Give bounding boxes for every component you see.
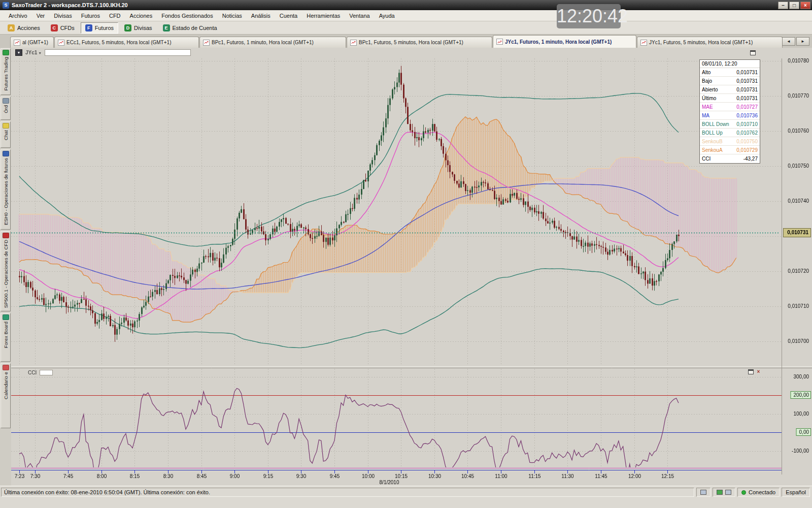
info-row-bajo: Bajo0,010731 bbox=[700, 77, 760, 85]
maximize-panel-icon[interactable] bbox=[750, 50, 756, 55]
info-row-senkoub: SenkouB0,010750 bbox=[700, 137, 760, 146]
chart-canvas[interactable] bbox=[11, 48, 812, 486]
symbol-search-input[interactable] bbox=[45, 49, 191, 56]
toolbar-button-label: Estado de Cuenta bbox=[173, 25, 217, 31]
status-message: Última conexión con éxito: 08-ene-2010 6… bbox=[1, 488, 694, 497]
session-icon bbox=[700, 490, 706, 495]
forex-board-icon bbox=[3, 314, 9, 320]
menu-ventana[interactable]: Ventana bbox=[345, 11, 374, 20]
chat-icon bbox=[3, 123, 9, 129]
cci-label: CCI bbox=[28, 370, 37, 375]
window-controls: – □ × bbox=[778, 2, 810, 9]
chart-tab-jyc1-futuros-5-minutos-hora-local-gmt-1[interactable]: JYc1, Futuros, 5 minutos, Hora local (GM… bbox=[637, 37, 783, 48]
chart-tab-label: JYc1, Futuros, 1 minuto, Hora local (GMT… bbox=[505, 39, 612, 45]
menu-acciones[interactable]: Acciones bbox=[125, 11, 157, 20]
menu-noticias[interactable]: Noticias bbox=[218, 11, 247, 20]
menubar: ArchivoVerDivisasFuturosCFDAccionesFondo… bbox=[0, 10, 812, 21]
chart-tab-al-gmt-1[interactable]: al (GMT+1) bbox=[10, 37, 54, 48]
sidebar-item-forex-board[interactable]: Forex Board bbox=[1, 313, 11, 362]
sidebar-item-ord[interactable]: Órd bbox=[1, 97, 11, 120]
language-label: Español bbox=[786, 488, 806, 496]
connected-icon bbox=[741, 490, 746, 495]
menu-ver[interactable]: Ver bbox=[32, 11, 50, 20]
info-row-alto: Alto0,010731 bbox=[700, 68, 760, 77]
tab-scroll-right-icon[interactable]: ► bbox=[796, 37, 809, 46]
sidebar-item-futures-trading[interactable]: Futures Trading bbox=[1, 48, 11, 95]
info-row-label: BOLL Down bbox=[702, 120, 736, 128]
chart-tab-jyc1-futuros-1-minuto-hora-local-gmt-1[interactable]: JYc1, Futuros, 1 minuto, Hora local (GMT… bbox=[493, 35, 636, 48]
window-title: SaxoTrader 2 - workspace.DTS.7.100.IKH.2… bbox=[12, 2, 128, 8]
toolbar-button-label: Divisas bbox=[134, 25, 152, 31]
sp500-trades-icon bbox=[3, 233, 9, 238]
menu-cfd[interactable]: CFD bbox=[105, 11, 125, 20]
connection-label: Conectado bbox=[749, 488, 775, 496]
sidebar-item-label: Forex Board bbox=[3, 322, 9, 348]
close-button[interactable]: × bbox=[800, 2, 810, 9]
toolbar-cfds-button[interactable]: CCFDs bbox=[46, 22, 79, 34]
module-toolbar: AAccionesCCFDsFFuturosDDivisasEEstado de… bbox=[0, 21, 812, 35]
acciones-icon: A bbox=[8, 24, 15, 31]
titlebar[interactable]: S SaxoTrader 2 - workspace.DTS.7.100.IKH… bbox=[0, 0, 812, 10]
minimize-button[interactable]: – bbox=[778, 2, 788, 9]
sidebar-item-sp500-1-operaciones-de-cfd[interactable]: SP500.1 - Operaciones de CFD bbox=[1, 231, 11, 311]
calendar-icon bbox=[3, 365, 9, 370]
info-row-label: SenkouA bbox=[702, 146, 736, 154]
sidebar-item-label: Órd bbox=[3, 105, 9, 113]
cci-close-icon[interactable]: × bbox=[756, 369, 761, 374]
menu-divisas[interactable]: Divisas bbox=[49, 11, 76, 20]
connection-status[interactable]: Conectado bbox=[737, 488, 780, 497]
chart-tab-label: JYc1, Futuros, 5 minutos, Hora local (GM… bbox=[649, 40, 753, 45]
chart-line-icon bbox=[640, 40, 647, 46]
menu-archivo[interactable]: Archivo bbox=[4, 11, 32, 20]
menu-fondos-gestionados[interactable]: Fondos Gestionados bbox=[157, 11, 218, 20]
menu-futuros[interactable]: Futuros bbox=[77, 11, 105, 20]
chart-tab-bpc1-futuros-1-minuto-hora-local-gmt-1[interactable]: BPc1, Futuros, 1 minuto, Hora local (GMT… bbox=[199, 37, 346, 48]
menu-cuenta[interactable]: Cuenta bbox=[275, 11, 302, 20]
chart-panel: ▼ JYc1▼ 08/01/10, 12:20 Alto0,010731Bajo… bbox=[11, 48, 812, 486]
sidebar-item-calendario-e[interactable]: Calendario e bbox=[1, 363, 11, 428]
info-row-cci: CCI-43,27 bbox=[700, 154, 760, 163]
chart-line-icon bbox=[350, 40, 357, 46]
screen-clock: 12:20:42 bbox=[557, 4, 621, 28]
network-icon bbox=[717, 490, 723, 495]
cfds-icon: C bbox=[51, 24, 58, 31]
sidebar-item-esh0-operaciones-de-futuros[interactable]: ESH0 - Operaciones de futuros bbox=[1, 149, 11, 230]
sidebar-item-label: ESH0 - Operaciones de futuros bbox=[3, 158, 9, 225]
info-row-value: 0,010731 bbox=[736, 94, 758, 102]
chart-tab-ecc1-futuros-5-minutos-hora-local-gmt-1[interactable]: ECc1, Futuros, 5 minutos, Hora local (GM… bbox=[54, 37, 199, 48]
network-panel bbox=[713, 488, 735, 497]
sidebar-item-chat[interactable]: Chat bbox=[1, 121, 11, 148]
info-row-value: 0,010731 bbox=[736, 85, 758, 93]
language-indicator[interactable]: Español bbox=[782, 488, 810, 497]
divisas-icon: D bbox=[124, 24, 131, 31]
info-row-value: 0,010729 bbox=[736, 146, 758, 154]
info-row-abierto: Abierto0,010731 bbox=[700, 85, 760, 94]
info-row-value: 0,010727 bbox=[736, 103, 758, 111]
chart-tab-label: al (GMT+1) bbox=[22, 40, 48, 45]
chart-dropdown-button[interactable]: ▼ bbox=[15, 49, 22, 56]
app-icon: S bbox=[3, 2, 9, 9]
tab-scroll-buttons: ◄ ► bbox=[782, 37, 809, 46]
cci-value-box[interactable] bbox=[40, 370, 53, 375]
restore-button[interactable]: □ bbox=[789, 2, 799, 9]
menu-analisis[interactable]: Análisis bbox=[247, 11, 275, 20]
toolbar-estado-de-cuenta-button[interactable]: EEstado de Cuenta bbox=[158, 22, 222, 34]
info-row-label: SenkouB bbox=[702, 137, 736, 145]
sidebar-item-label: SP500.1 - Operaciones de CFD bbox=[3, 240, 9, 308]
sidebar-item-label: Chat bbox=[3, 130, 9, 140]
chart-tab-bpc1-futuros-5-minutos-hora-local-gmt-1[interactable]: BPc1, Futuros, 5 minutos, Hora local (GM… bbox=[347, 37, 492, 48]
toolbar-futuros-button[interactable]: FFuturos bbox=[81, 22, 118, 34]
chart-tab-label: BPc1, Futuros, 1 minuto, Hora local (GMT… bbox=[212, 40, 314, 45]
estado-de-cuenta-icon: E bbox=[163, 24, 170, 31]
menu-ayuda[interactable]: Ayuda bbox=[375, 11, 399, 20]
menu-herramientas[interactable]: Herramientas bbox=[302, 11, 345, 20]
toolbar-acciones-button[interactable]: AAcciones bbox=[3, 22, 45, 34]
symbol-label[interactable]: JYc1▼ bbox=[25, 50, 42, 55]
cci-maximize-icon[interactable] bbox=[748, 369, 754, 374]
toolbar-divisas-button[interactable]: DDivisas bbox=[120, 22, 156, 34]
info-row-value: 0,010750 bbox=[736, 137, 758, 145]
sidebar-item-label: Futures Trading bbox=[3, 57, 9, 91]
tab-scroll-left-icon[interactable]: ◄ bbox=[782, 37, 795, 46]
lock-icon bbox=[725, 490, 731, 495]
orders-icon bbox=[3, 98, 9, 104]
